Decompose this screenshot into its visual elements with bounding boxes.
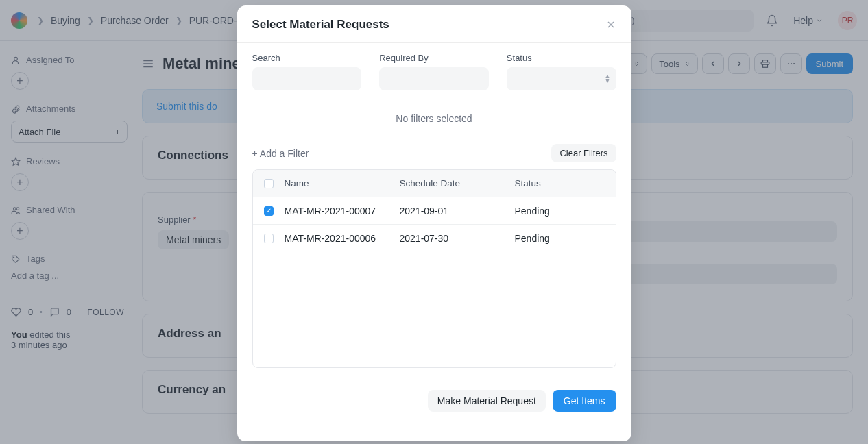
add-filter-button[interactable]: + Add a Filter xyxy=(252,148,309,159)
row-checkbox[interactable]: ✓ xyxy=(264,206,274,216)
row-checkbox[interactable] xyxy=(264,234,274,243)
search-filter: Search xyxy=(252,53,362,90)
modal-title: Select Material Requests xyxy=(252,18,389,32)
modal-overlay: Select Material Requests Search Required… xyxy=(0,0,868,444)
required-by-filter: Required By xyxy=(379,53,489,90)
row-status: Pending xyxy=(515,206,616,217)
row-check-cell xyxy=(253,234,285,243)
col-date-header: Schedule Date xyxy=(400,178,515,188)
search-filter-label: Search xyxy=(252,53,362,63)
select-all-checkbox[interactable] xyxy=(264,179,274,188)
search-input[interactable] xyxy=(252,67,362,90)
clear-filters-button[interactable]: Clear Filters xyxy=(551,144,616,162)
status-select[interactable]: ▲▼ xyxy=(507,67,616,90)
material-request-modal: Select Material Requests Search Required… xyxy=(237,5,631,441)
modal-filter-bar: + Add a Filter Clear Filters xyxy=(237,134,631,169)
select-handles-icon: ▲▼ xyxy=(605,74,611,84)
grid-header-row: Name Schedule Date Status xyxy=(253,170,616,197)
row-name: MAT-MR-2021-00006 xyxy=(285,233,400,244)
col-status-header: Status xyxy=(515,178,616,188)
modal-header: Select Material Requests xyxy=(237,5,631,43)
get-items-button[interactable]: Get Items xyxy=(553,390,616,412)
modal-actions: Make Material Request Get Items xyxy=(237,380,631,427)
col-name-header: Name xyxy=(285,178,400,188)
make-material-request-button[interactable]: Make Material Request xyxy=(428,390,546,412)
grid-row[interactable]: ✓ MAT-MR-2021-00007 2021-09-01 Pending xyxy=(253,197,616,225)
required-by-label: Required By xyxy=(379,53,489,63)
status-filter-label: Status xyxy=(507,53,616,63)
modal-filter-row: Search Required By Status ▲▼ xyxy=(237,43,631,103)
required-by-input[interactable] xyxy=(379,67,489,90)
row-date: 2021-09-01 xyxy=(400,206,515,217)
grid-row[interactable]: MAT-MR-2021-00006 2021-07-30 Pending xyxy=(253,225,616,252)
material-request-grid: Name Schedule Date Status ✓ MAT-MR-2021-… xyxy=(252,169,616,368)
row-check-cell: ✓ xyxy=(253,206,285,216)
row-date: 2021-07-30 xyxy=(400,233,515,244)
status-filter: Status ▲▼ xyxy=(507,53,616,90)
select-all-cell xyxy=(253,179,285,188)
no-filters-message: No filters selected xyxy=(252,103,616,134)
close-icon[interactable] xyxy=(605,19,616,30)
row-name: MAT-MR-2021-00007 xyxy=(285,206,400,217)
row-status: Pending xyxy=(515,233,616,244)
